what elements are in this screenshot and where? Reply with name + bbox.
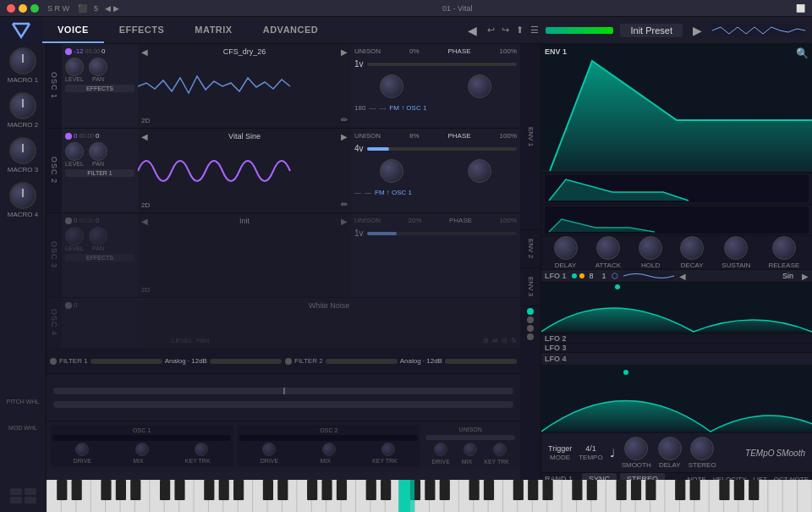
title-spacer: ⬛: [78, 4, 87, 13]
osc-1-pencil-icon[interactable]: ✏: [341, 115, 348, 124]
unison-mini-slider[interactable]: [425, 435, 515, 440]
lfo-1-rate: 8: [590, 272, 594, 280]
osc-3-nav-right[interactable]: ▶: [341, 217, 348, 226]
osc-4-enable[interactable]: [65, 302, 72, 309]
osc-2-drive-knob[interactable]: [262, 443, 276, 456]
lfo-1-nav-right[interactable]: ▶: [802, 272, 809, 281]
osc-2-enable[interactable]: [65, 133, 72, 140]
osc-4-row: OSC 4 0 White Noise ⊞ ⇄ ⊟ ⇅ LEVELPAN: [47, 298, 520, 349]
osc-2-mini-wave: [239, 435, 418, 441]
osc-1-nav-left[interactable]: ◀: [141, 47, 148, 57]
piano-icon-2[interactable]: [10, 497, 22, 504]
piano-icon-1[interactable]: [10, 488, 22, 495]
tab-matrix[interactable]: MATRIX: [179, 17, 247, 43]
redo-button[interactable]: ↪: [502, 25, 509, 36]
osc-1-enable[interactable]: [65, 48, 72, 55]
macro-3-knob[interactable]: [9, 137, 36, 164]
osc-2-level-knob[interactable]: [65, 142, 84, 161]
macro-4: MACRO 4: [8, 182, 38, 218]
macro-3: MACRO 3: [8, 137, 38, 173]
osc-1-keytrk-knob[interactable]: [195, 443, 208, 456]
piano-icon-3[interactable]: [25, 488, 36, 495]
lfo-4-header: LFO 4: [541, 353, 812, 366]
svg-point-2: [615, 284, 620, 289]
env-decay-label: DECAY: [681, 262, 704, 269]
lfo-1-type-btn[interactable]: ⬡: [612, 272, 618, 280]
osc-1-level-knob[interactable]: [65, 58, 84, 76]
unison-mini-knob-3[interactable]: [493, 443, 507, 456]
lfo-1-display: [541, 283, 812, 333]
osc-2-wave: [138, 144, 351, 199]
tab-advanced[interactable]: ADVANCED: [248, 17, 334, 43]
osc-1-drive-knob[interactable]: [75, 443, 89, 456]
lfo-4-stereo-knob[interactable]: [690, 437, 714, 460]
osc-3-unison-slider[interactable]: [367, 232, 517, 235]
tab-effects[interactable]: EFFECTS: [104, 17, 180, 43]
macro-1-knob[interactable]: [9, 47, 36, 74]
maximize-button[interactable]: [30, 4, 39, 13]
filter-2-dot[interactable]: [285, 358, 292, 365]
osc-1-effects-btn[interactable]: EFFECTS: [65, 85, 134, 92]
prev-preset-button[interactable]: ◀: [464, 24, 480, 37]
env-delay-knob[interactable]: [554, 236, 578, 260]
osc-1-unison-knob[interactable]: [380, 74, 403, 98]
unison-mini-knob-2[interactable]: [464, 443, 477, 456]
osc-2-keytrk-knob[interactable]: [381, 443, 395, 456]
undo-button[interactable]: ↩: [487, 25, 495, 36]
filter-2-slider[interactable]: [326, 359, 398, 364]
filter-1-dot[interactable]: [50, 358, 57, 365]
osc-2-nav-right[interactable]: ▶: [341, 132, 348, 141]
filter-1-slider[interactable]: [91, 359, 162, 364]
lfo-4-smooth-knob[interactable]: [624, 437, 648, 460]
osc-3-enable[interactable]: [65, 217, 72, 224]
lfo-active-dot-1: [527, 308, 534, 315]
lfo-1-nav-left[interactable]: ◀: [679, 272, 686, 281]
env-attack-knob[interactable]: [596, 236, 620, 260]
osc-3-pan-knob[interactable]: [89, 227, 107, 245]
next-preset-button[interactable]: ▶: [689, 24, 705, 37]
pitch-slider[interactable]: [53, 388, 513, 394]
filter-1-freq-slider[interactable]: [210, 359, 282, 364]
env-search-icon[interactable]: 🔍: [796, 47, 809, 59]
macro-4-knob[interactable]: [9, 182, 36, 209]
save-button[interactable]: ⬆: [516, 25, 524, 36]
osc-2-mini-knobs: [239, 443, 418, 456]
svg-rect-76: [425, 480, 435, 500]
env-decay-knob[interactable]: [680, 236, 704, 260]
osc-1-unison-slider[interactable]: [367, 63, 517, 66]
osc-3-level-knob[interactable]: [65, 227, 84, 245]
osc-2-unison-knob[interactable]: [380, 159, 403, 183]
env-release-knob[interactable]: [772, 236, 796, 260]
env-sustain-knob[interactable]: [724, 236, 748, 260]
lfo-4-delay-knob[interactable]: [658, 437, 682, 460]
macro-2-knob[interactable]: [9, 92, 36, 119]
osc-3-nav-left[interactable]: ◀: [141, 217, 148, 226]
osc-2-mix-knob[interactable]: [322, 443, 336, 456]
osc-2-unison-slider[interactable]: [367, 147, 517, 151]
osc-2-pencil-icon[interactable]: ✏: [341, 200, 348, 209]
osc-2-controls: 0 00.00 0 LEVEL PAN FILTER 1: [62, 129, 138, 212]
env-hold-knob[interactable]: [639, 236, 662, 260]
osc-1-nav-right[interactable]: ▶: [341, 47, 348, 57]
osc-2-pan-knob[interactable]: [89, 142, 107, 161]
osc-2-phase-knob[interactable]: [468, 159, 491, 183]
osc-3-effects-btn[interactable]: EFFECTS: [65, 254, 134, 262]
menu-button[interactable]: ☰: [530, 25, 539, 36]
mod-slider[interactable]: [53, 401, 513, 408]
env-release-col: RELEASE: [768, 236, 799, 269]
filter-2-freq-slider[interactable]: [445, 359, 517, 364]
piano-icon-4[interactable]: [25, 497, 36, 504]
tab-voice[interactable]: VOICE: [42, 17, 104, 43]
vital-logo: [8, 19, 35, 42]
preset-name[interactable]: Init Preset: [620, 24, 683, 37]
osc-1-mix-knob[interactable]: [135, 443, 149, 456]
close-button[interactable]: [7, 4, 15, 13]
unison-mini-knob-1[interactable]: [434, 443, 447, 456]
osc-1-pan-knob[interactable]: [89, 58, 107, 76]
green-bar: [546, 27, 613, 34]
osc-2-nav-left[interactable]: ◀: [141, 132, 148, 141]
minimize-button[interactable]: [19, 4, 27, 13]
macro-1: MACRO 1: [8, 47, 38, 84]
osc-1-phase-knob[interactable]: [468, 74, 491, 98]
osc-2-effects-btn[interactable]: FILTER 1: [65, 169, 134, 177]
